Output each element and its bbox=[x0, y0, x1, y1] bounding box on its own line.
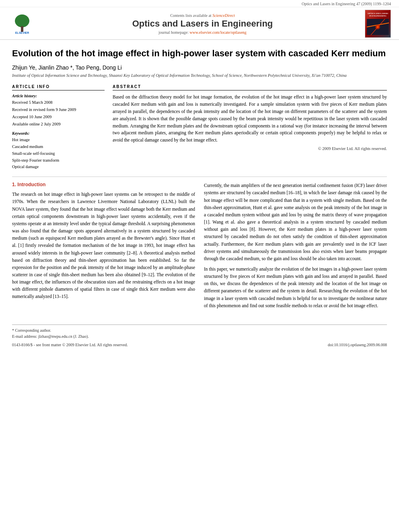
authors-text: Zhijun Ye, Jianlin Zhao *, Tao Peng, Don… bbox=[12, 64, 122, 71]
page: Optics and Lasers in Engineering 47 (200… bbox=[0, 0, 399, 532]
svg-point-8 bbox=[376, 26, 379, 28]
keyword-5: Optical damage bbox=[12, 164, 105, 170]
authors: Zhijun Ye, Jianlin Zhao *, Tao Peng, Don… bbox=[12, 64, 387, 71]
section-divider bbox=[12, 177, 387, 177]
email-value: jlzhao@nwpu.edu.cn (J. Zhao). bbox=[38, 334, 89, 339]
affiliation: Institute of Optical Information Science… bbox=[12, 73, 387, 79]
journal-title-header: Optics and Lasers in Engineering bbox=[40, 18, 365, 29]
elsevier-logo-area: ELSEVIER bbox=[8, 13, 40, 35]
cover-graphic bbox=[367, 19, 389, 35]
elsevier-logo-icon: ELSEVIER bbox=[8, 13, 36, 35]
info-abstract-section: Article Info Article history: Received 5… bbox=[12, 84, 387, 170]
corresponding-note: * Corresponding author. bbox=[12, 327, 387, 333]
journal-header: ELSEVIER Contents lists available at Sci… bbox=[0, 7, 399, 40]
homepage-prefix: journal homepage: bbox=[158, 30, 189, 35]
available-date: Available online 2 July 2009 bbox=[12, 121, 105, 127]
accepted-date: Accepted 10 June 2009 bbox=[12, 114, 105, 120]
email-line: E-mail address: jlzhao@nwpu.edu.cn (J. Z… bbox=[12, 333, 387, 339]
received-date: Received 5 March 2008 bbox=[12, 99, 105, 106]
abstract-header: Abstract bbox=[113, 84, 387, 90]
main-content: Evolution of the hot image effect in hig… bbox=[0, 40, 399, 355]
sciencedirect-prefix: Contents lists available at bbox=[170, 13, 212, 18]
homepage-link[interactable]: www.elsevier.com/locate/optlaseng bbox=[189, 30, 247, 35]
sciencedirect-link[interactable]: ScienceDirect bbox=[212, 13, 235, 18]
body-left-col: 1. Introduction The research on hot imag… bbox=[12, 182, 195, 312]
sciencedirect-line: Contents lists available at ScienceDirec… bbox=[40, 13, 365, 18]
body-right-col: Currently, the main amplifiers of the ne… bbox=[204, 182, 387, 312]
intro-paragraph-right-2: In this paper, we numerically analyze th… bbox=[204, 265, 387, 309]
article-history-label: Article history: bbox=[12, 94, 105, 98]
issn-line: 0143-8166/$ - see front matter © 2009 El… bbox=[12, 343, 128, 347]
journal-homepage: journal homepage: www.elsevier.com/locat… bbox=[40, 30, 365, 35]
footer-section: * Corresponding author. E-mail address: … bbox=[12, 325, 387, 347]
copyright-line: © 2009 Elsevier Ltd. All rights reserved… bbox=[113, 146, 387, 151]
article-meta-top: Optics and Lasers in Engineering 47 (200… bbox=[0, 0, 399, 7]
article-info-col: Article Info Article history: Received 5… bbox=[12, 84, 105, 170]
keyword-4: Split-step Fourier transform bbox=[12, 157, 105, 164]
svg-text:ELSEVIER: ELSEVIER bbox=[15, 31, 29, 34]
doi-line: doi:10.1016/j.optlaseng.2009.06.008 bbox=[328, 343, 387, 347]
keywords-label: Keywords: bbox=[12, 131, 105, 136]
corresponding-label: * Corresponding author. bbox=[12, 328, 51, 333]
body-two-col: 1. Introduction The research on hot imag… bbox=[12, 182, 387, 312]
article-title: Evolution of the hot image effect in hig… bbox=[12, 48, 387, 60]
meta-top-text: Optics and Lasers in Engineering 47 (200… bbox=[302, 2, 391, 6]
intro-paragraph-1: The research on hot image effect in high… bbox=[12, 191, 195, 300]
footer-bottom: 0143-8166/$ - see front matter © 2009 El… bbox=[12, 343, 387, 347]
revised-date: Received in revised form 9 June 2009 bbox=[12, 107, 105, 113]
svg-rect-2 bbox=[21, 26, 23, 32]
svg-point-1 bbox=[15, 14, 29, 27]
keyword-3: Small-scale self-focusing bbox=[12, 150, 105, 157]
abstract-col: Abstract Based on the diffraction theory… bbox=[113, 84, 387, 170]
email-label: E-mail address: bbox=[12, 334, 37, 339]
article-info-header: Article Info bbox=[12, 84, 105, 90]
keyword-1: Hot image bbox=[12, 137, 105, 144]
journal-cover-image: OPTICS AND LASERSIN ENGINEERING bbox=[365, 10, 391, 38]
header-center: Contents lists available at ScienceDirec… bbox=[40, 13, 365, 35]
keyword-2: Cascaded medium bbox=[12, 144, 105, 150]
section-1-title: 1. Introduction bbox=[12, 182, 195, 187]
intro-paragraph-right-1: Currently, the main amplifiers of the ne… bbox=[204, 182, 387, 262]
abstract-text: Based on the diffraction theory model fo… bbox=[113, 94, 387, 144]
